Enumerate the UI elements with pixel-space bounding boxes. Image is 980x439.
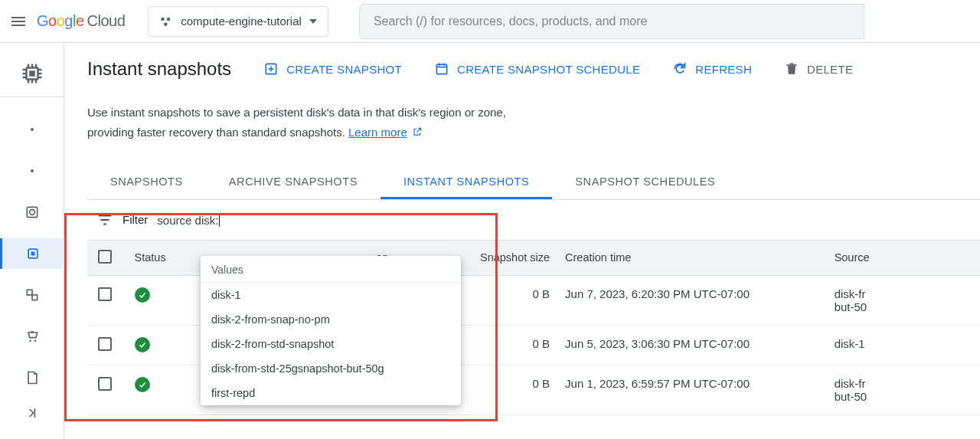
cell-source: disk-fr but-50: [827, 365, 980, 414]
learn-more-link[interactable]: Learn more: [348, 126, 407, 139]
rail-expand-icon[interactable]: [14, 398, 51, 428]
svg-rect-34: [786, 64, 796, 66]
col-created[interactable]: Creation time: [557, 240, 827, 275]
rail-item-2[interactable]: [14, 156, 51, 186]
svg-rect-17: [27, 207, 37, 217]
project-icon: [159, 15, 173, 28]
tab-archive-snapshots[interactable]: ARCHIVE SNAPSHOTS: [206, 166, 381, 199]
rail-item-disks[interactable]: [14, 197, 51, 228]
row-checkbox[interactable]: [98, 377, 112, 391]
col-status[interactable]: Status: [127, 240, 199, 275]
delete-button[interactable]: DELETE: [784, 61, 853, 77]
popover-item[interactable]: disk-2-from-std-snapshot: [201, 332, 461, 356]
tab-instant-snapshots[interactable]: INSTANT SNAPSHOTS: [381, 166, 552, 199]
search-bar[interactable]: [359, 4, 864, 39]
rail-item-cart[interactable]: [14, 321, 51, 352]
svg-rect-35: [790, 64, 794, 65]
trash-icon: [784, 61, 799, 77]
filter-label: Filter: [122, 213, 148, 226]
select-all-checkbox[interactable]: [98, 250, 112, 264]
page-content: Instant snapshots CREATE SNAPSHOT CREATE…: [64, 43, 980, 439]
top-bar: Google Cloud compute-engine-tutorial: [0, 0, 980, 43]
create-schedule-label: CREATE SNAPSHOT SCHEDULE: [457, 63, 640, 76]
popover-item[interactable]: disk-2-from-snap-no-pm: [201, 307, 461, 332]
svg-point-23: [29, 340, 31, 342]
status-ok-icon: [135, 377, 150, 392]
compute-engine-icon[interactable]: [14, 55, 51, 92]
calendar-icon: [434, 61, 449, 77]
popover-item[interactable]: first-repd: [201, 381, 461, 405]
cell-created: Jun 1, 2023, 6:59:57 PM UTC-07:00: [557, 365, 827, 414]
rail-item-images[interactable]: [14, 280, 51, 310]
refresh-button[interactable]: REFRESH: [672, 61, 752, 77]
rail-item-1[interactable]: [14, 114, 51, 145]
svg-point-1: [167, 17, 171, 21]
project-picker[interactable]: compute-engine-tutorial: [148, 6, 328, 37]
left-nav-rail: [0, 43, 64, 439]
svg-rect-20: [31, 252, 35, 256]
cell-created: Jun 5, 2023, 3:06:30 PM UTC-07:00: [557, 325, 827, 365]
row-checkbox[interactable]: [98, 287, 112, 301]
delete-label: DELETE: [807, 63, 853, 76]
svg-point-0: [162, 17, 165, 21]
svg-point-18: [29, 210, 34, 215]
create-snapshot-button[interactable]: CREATE SNAPSHOT: [263, 61, 402, 77]
page-description: Use instant snapshots to save a persiste…: [87, 103, 623, 143]
popover-item[interactable]: disk-1: [201, 283, 461, 307]
svg-point-2: [164, 22, 168, 26]
svg-rect-4: [29, 70, 35, 77]
project-name: compute-engine-tutorial: [181, 15, 302, 28]
status-ok-icon: [135, 337, 150, 352]
row-checkbox[interactable]: [98, 337, 112, 351]
tabs: SNAPSHOTS ARCHIVE SNAPSHOTS INSTANT SNAP…: [87, 166, 980, 200]
svg-rect-21: [27, 290, 32, 295]
chevron-down-icon: [309, 19, 317, 24]
filter-bar[interactable]: Filter source disk:: [87, 200, 980, 240]
popover-header: Values: [201, 256, 461, 283]
add-box-icon: [263, 61, 279, 77]
page-title: Instant snapshots: [87, 58, 231, 80]
filter-values-popover: Values disk-1 disk-2-from-snap-no-pm dis…: [201, 256, 461, 405]
create-schedule-button[interactable]: CREATE SNAPSHOT SCHEDULE: [434, 61, 640, 77]
svg-rect-22: [32, 295, 38, 300]
svg-point-24: [34, 340, 36, 342]
popover-item[interactable]: disk-from-std-25gsnapshot-but-50g: [201, 356, 461, 381]
page-toolbar: Instant snapshots CREATE SNAPSHOT CREATE…: [87, 58, 980, 80]
filter-query[interactable]: source disk:: [157, 213, 220, 227]
tab-snapshots[interactable]: SNAPSHOTS: [87, 166, 206, 199]
search-input[interactable]: [374, 15, 850, 28]
menu-icon[interactable]: [9, 12, 28, 31]
col-source[interactable]: Source: [827, 240, 980, 275]
logo-suffix: Cloud: [87, 12, 126, 30]
create-snapshot-label: CREATE SNAPSHOT: [286, 63, 402, 76]
cell-created: Jun 7, 2023, 6:20:30 PM UTC-07:00: [557, 275, 827, 325]
filter-icon: [96, 211, 113, 228]
rail-item-snapshots[interactable]: [0, 238, 64, 269]
cell-source: disk-fr but-50: [827, 275, 980, 325]
svg-rect-30: [436, 64, 446, 74]
rail-item-doc[interactable]: [14, 362, 51, 393]
refresh-label: REFRESH: [695, 63, 752, 76]
cell-source: disk-1: [827, 325, 980, 365]
external-link-icon: [412, 126, 423, 137]
logo[interactable]: Google Cloud: [37, 12, 125, 30]
status-ok-icon: [135, 287, 150, 303]
refresh-icon: [672, 61, 688, 77]
tab-snapshot-schedules[interactable]: SNAPSHOT SCHEDULES: [552, 166, 738, 199]
